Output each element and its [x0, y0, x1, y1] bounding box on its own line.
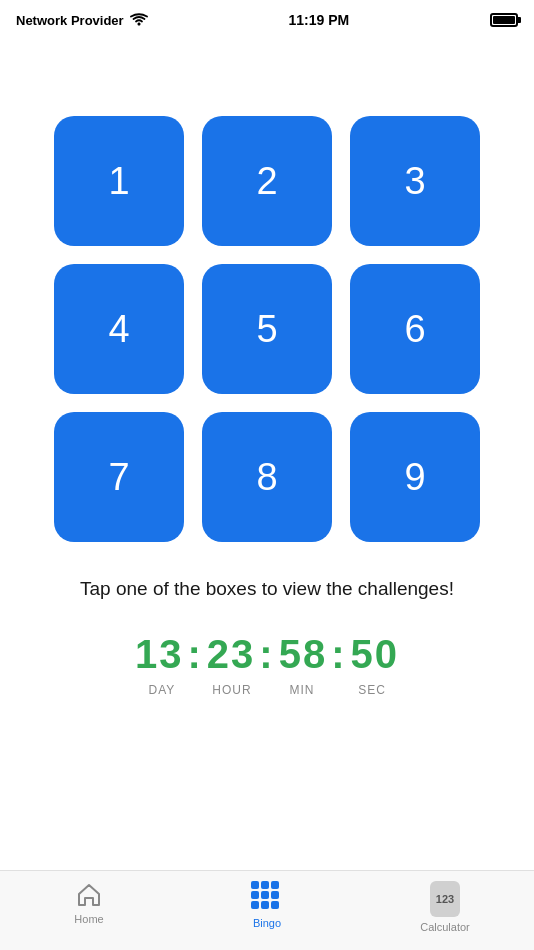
label-min: MIN: [267, 683, 337, 697]
tab-calculator-label: Calculator: [420, 921, 470, 933]
bingo-cell-6[interactable]: 6: [350, 264, 480, 394]
bingo-cell-4[interactable]: 4: [54, 264, 184, 394]
countdown-hours: 23: [207, 632, 256, 677]
calculator-icon: 123: [430, 881, 460, 917]
tab-calculator[interactable]: 123 Calculator: [410, 881, 480, 933]
status-time: 11:19 PM: [288, 12, 349, 28]
bingo-cell-1[interactable]: 1: [54, 116, 184, 246]
bingo-cell-9[interactable]: 9: [350, 412, 480, 542]
carrier-text: Network Provider: [16, 13, 124, 28]
tab-home-label: Home: [74, 913, 103, 925]
tab-bingo[interactable]: Bingo: [232, 881, 302, 929]
countdown-seconds: 50: [350, 632, 399, 677]
bingo-grid: 123456789: [54, 116, 480, 542]
svg-point-0: [137, 23, 140, 26]
label-day: DAY: [127, 683, 197, 697]
countdown-container: 13 : 23 : 58 : 50 DAY HOUR MIN SEC: [127, 632, 407, 697]
bingo-tab-icon: [251, 881, 283, 913]
countdown-minutes: 58: [279, 632, 328, 677]
countdown-numbers: 13 : 23 : 58 : 50: [135, 632, 399, 677]
sep-3: :: [331, 632, 346, 677]
countdown-days: 13: [135, 632, 184, 677]
home-icon: [75, 881, 103, 909]
tab-home[interactable]: Home: [54, 881, 124, 925]
sep-1: :: [188, 632, 203, 677]
instruction-text: Tap one of the boxes to view the challen…: [60, 578, 474, 600]
tab-bar: Home Bingo 123 Calculator: [0, 870, 534, 950]
bingo-cell-3[interactable]: 3: [350, 116, 480, 246]
wifi-icon: [130, 13, 148, 27]
battery-icon: [490, 13, 518, 27]
bingo-cell-5[interactable]: 5: [202, 264, 332, 394]
bingo-cell-8[interactable]: 8: [202, 412, 332, 542]
label-sec: SEC: [337, 683, 407, 697]
bingo-cell-7[interactable]: 7: [54, 412, 184, 542]
status-right: [490, 13, 518, 27]
label-hour: HOUR: [197, 683, 267, 697]
countdown-labels: DAY HOUR MIN SEC: [127, 683, 407, 697]
status-left: Network Provider: [16, 13, 148, 28]
tab-bingo-label: Bingo: [253, 917, 281, 929]
status-bar: Network Provider 11:19 PM: [0, 0, 534, 36]
bingo-cell-2[interactable]: 2: [202, 116, 332, 246]
main-content: 123456789 Tap one of the boxes to view t…: [0, 36, 534, 697]
sep-2: :: [259, 632, 274, 677]
